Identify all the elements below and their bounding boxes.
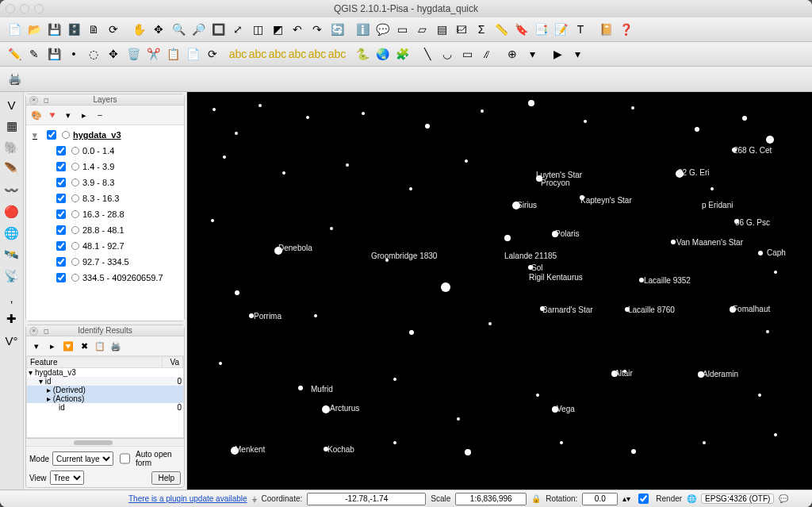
open-project-button[interactable]: 📂 bbox=[25, 20, 44, 39]
star-point[interactable] bbox=[223, 156, 226, 159]
class-visibility-checkbox[interactable] bbox=[56, 273, 66, 282]
zoom-window-icon[interactable] bbox=[34, 4, 44, 13]
remove-layer-button[interactable]: − bbox=[93, 108, 107, 122]
class-visibility-checkbox[interactable] bbox=[56, 257, 66, 267]
toggle-extents-icon[interactable]: ⏚ bbox=[252, 494, 257, 503]
layer-class-row[interactable]: 334.5 - 409260659.7 bbox=[26, 270, 184, 286]
layer-class-row[interactable]: 3.9 - 8.3 bbox=[26, 175, 184, 190]
dock-icon[interactable]: ◻ bbox=[42, 327, 51, 336]
collapse-all-button[interactable]: ▸ bbox=[77, 108, 91, 122]
star-point[interactable] bbox=[560, 441, 563, 444]
column-header-feature[interactable]: Feature bbox=[27, 357, 163, 367]
label-tool-5[interactable]: abc bbox=[308, 44, 327, 63]
messages-icon[interactable]: 💬 bbox=[779, 494, 788, 503]
print-composer-button[interactable]: 🖨️ bbox=[5, 69, 24, 88]
class-visibility-checkbox[interactable] bbox=[56, 178, 66, 187]
layer-class-row[interactable]: 16.3 - 28.8 bbox=[26, 206, 184, 222]
star-point[interactable] bbox=[536, 394, 539, 397]
class-visibility-checkbox[interactable] bbox=[56, 146, 66, 156]
auto-open-form-checkbox[interactable] bbox=[120, 451, 130, 466]
add-mssql-layer-button[interactable]: 〰️ bbox=[2, 181, 21, 200]
rotation-stepper-icon[interactable]: ▴▾ bbox=[622, 494, 630, 503]
table-row[interactable]: id0 bbox=[27, 403, 183, 412]
star-point[interactable] bbox=[488, 322, 492, 325]
column-header-value[interactable]: Va bbox=[163, 357, 183, 367]
layer-class-row[interactable]: 28.8 - 48.1 bbox=[26, 222, 184, 238]
render-checkbox[interactable] bbox=[638, 494, 649, 504]
open-table-button[interactable]: ▤ bbox=[432, 20, 451, 39]
star-point[interactable] bbox=[671, 240, 676, 244]
star-point[interactable] bbox=[322, 405, 330, 413]
clear-results-button[interactable]: ✖ bbox=[77, 339, 91, 353]
run-button[interactable]: ▶︎ bbox=[548, 44, 567, 63]
view-select[interactable]: Tree bbox=[50, 471, 84, 485]
chevron-down-icon[interactable]: ▾ bbox=[33, 129, 40, 140]
help-contents-button[interactable]: 📔 bbox=[596, 20, 615, 39]
class-visibility-checkbox[interactable] bbox=[56, 225, 66, 235]
star-point[interactable] bbox=[393, 378, 396, 381]
label-tool-1[interactable]: abc bbox=[228, 44, 247, 63]
star-point[interactable] bbox=[235, 290, 239, 295]
zoom-in-button[interactable]: 🔍 bbox=[169, 20, 188, 39]
star-point[interactable] bbox=[298, 386, 303, 390]
copy-results-button[interactable]: 📋 bbox=[93, 339, 107, 353]
layer-visibility-checkbox[interactable] bbox=[47, 130, 56, 140]
coordinate-input[interactable] bbox=[307, 493, 426, 505]
star-point[interactable] bbox=[703, 441, 706, 444]
osm-button[interactable]: 🌏 bbox=[373, 44, 392, 63]
star-point[interactable] bbox=[774, 271, 777, 274]
layer-class-row[interactable]: 0.0 - 1.4 bbox=[26, 143, 184, 159]
layer-class-row[interactable]: 92.7 - 334.5 bbox=[26, 254, 184, 270]
stats-button[interactable]: Σ bbox=[472, 20, 491, 39]
style-manager-button[interactable]: 🎨 bbox=[29, 108, 44, 122]
layer-class-row[interactable]: 8.3 - 16.3 bbox=[26, 190, 184, 206]
star-point[interactable] bbox=[441, 282, 450, 292]
paste-button[interactable]: 📄 bbox=[183, 44, 202, 63]
add-oracle-layer-button[interactable]: 🔴 bbox=[2, 202, 21, 221]
star-point[interactable] bbox=[211, 219, 214, 222]
star-point[interactable] bbox=[409, 330, 414, 335]
label-tool-2[interactable]: abc bbox=[248, 44, 267, 63]
bookmarks-button[interactable]: 📑 bbox=[531, 20, 550, 39]
save-as-button[interactable]: 🗄️ bbox=[64, 20, 83, 39]
text-annotation-button[interactable]: T bbox=[571, 20, 590, 39]
scale-input[interactable] bbox=[455, 493, 527, 505]
star-point[interactable] bbox=[314, 314, 317, 317]
add-spatialite-layer-button[interactable]: 🪶 bbox=[2, 159, 21, 179]
star-point[interactable] bbox=[425, 124, 430, 129]
add-wfs-layer-button[interactable]: 📡 bbox=[2, 267, 21, 286]
scale-lock-icon[interactable]: 🔒 bbox=[531, 494, 541, 503]
identify-results-table[interactable]: Feature Va ▾hygdata_v3 ▾ id0 ▸ (Derived)… bbox=[26, 356, 184, 438]
star-point[interactable] bbox=[219, 362, 222, 365]
star-point[interactable] bbox=[259, 104, 262, 107]
node-tool-button[interactable]: ◌ bbox=[84, 44, 103, 63]
star-point[interactable] bbox=[758, 394, 761, 397]
star-point[interactable] bbox=[393, 441, 396, 444]
refresh-button[interactable]: ⟳ bbox=[104, 20, 123, 39]
new-shapefile-button[interactable]: ✚ bbox=[2, 309, 21, 328]
add-vector-layer-button[interactable]: V bbox=[2, 95, 21, 114]
add-raster-layer-button[interactable]: ▦ bbox=[2, 117, 21, 136]
map-tips-button[interactable]: 💬 bbox=[373, 20, 392, 39]
new-memory-layer-button[interactable]: V° bbox=[2, 331, 21, 350]
star-point[interactable] bbox=[528, 100, 534, 106]
add-csv-layer-button[interactable]: , bbox=[2, 288, 21, 307]
help-button[interactable]: Help bbox=[151, 471, 181, 485]
star-point[interactable] bbox=[504, 235, 511, 241]
rotation-input[interactable] bbox=[582, 493, 618, 505]
star-point[interactable] bbox=[362, 112, 365, 115]
horizontal-scrollbar[interactable] bbox=[26, 438, 184, 446]
snap-menu-button[interactable]: ▾ bbox=[523, 44, 542, 63]
star-point[interactable] bbox=[465, 159, 468, 163]
layers-tree[interactable]: ▾ hygdata_v3 0.0 - 1.41.4 - 3.93.9 - 8.3… bbox=[26, 125, 184, 321]
star-point[interactable] bbox=[235, 132, 238, 135]
close-window-icon[interactable] bbox=[6, 4, 15, 13]
mode-select[interactable]: Current laye bbox=[52, 451, 113, 466]
cut-button[interactable]: ✂️ bbox=[144, 44, 163, 63]
zoom-last-button[interactable]: ↶ bbox=[288, 20, 307, 39]
table-row[interactable]: ▸ (Derived) bbox=[27, 386, 183, 394]
class-visibility-checkbox[interactable] bbox=[56, 209, 66, 219]
star-point[interactable] bbox=[457, 417, 460, 421]
edit-pencil-icon[interactable]: ✏️ bbox=[5, 44, 24, 63]
star-point[interactable] bbox=[213, 108, 216, 111]
